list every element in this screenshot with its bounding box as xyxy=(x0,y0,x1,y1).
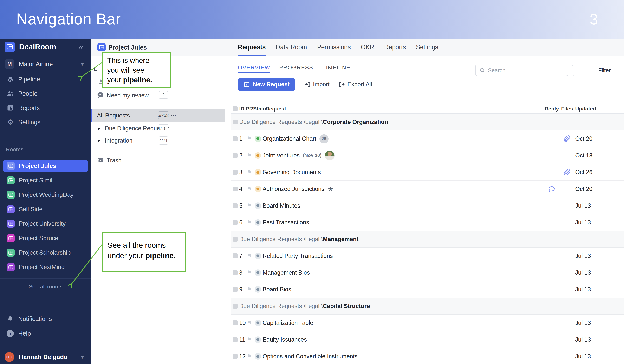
sidebar-item-reports[interactable]: Reports xyxy=(0,102,91,114)
table-row[interactable]: 7⚑Related Party TransactionsJul 13 xyxy=(231,248,624,264)
request-title[interactable]: Equity Issuances xyxy=(262,336,307,343)
row-checkbox[interactable] xyxy=(233,287,237,292)
status-indicator[interactable] xyxy=(255,253,261,259)
request-title[interactable]: Authorized Jurisdictions xyxy=(262,185,324,192)
tab-requests[interactable]: Requests xyxy=(238,39,266,56)
row-checkbox[interactable] xyxy=(233,220,237,225)
row-checkbox[interactable] xyxy=(233,186,237,191)
sidebar-room-project-jules[interactable]: Project Jules xyxy=(3,160,88,172)
select-all-checkbox[interactable] xyxy=(233,106,237,111)
request-title[interactable]: Past Transactions xyxy=(262,219,309,226)
row-checkbox[interactable] xyxy=(233,254,237,258)
more-options-icon[interactable]: ••• xyxy=(171,113,176,118)
flag-icon[interactable]: ⚑ xyxy=(246,269,253,276)
flag-icon[interactable]: ⚑ xyxy=(246,353,253,360)
row-checkbox[interactable] xyxy=(233,337,237,342)
tab-data-room[interactable]: Data Room xyxy=(276,39,307,56)
search-input[interactable] xyxy=(488,67,560,74)
row-checkbox[interactable] xyxy=(233,203,237,208)
flag-icon[interactable]: ⚑ xyxy=(246,202,253,209)
sidebar-room-sell-side[interactable]: Sell Side xyxy=(3,203,88,215)
request-title[interactable]: Management Bios xyxy=(262,269,310,276)
row-checkbox[interactable] xyxy=(233,320,237,325)
row-checkbox[interactable] xyxy=(233,237,237,242)
row-checkbox[interactable] xyxy=(233,136,237,141)
table-row[interactable]: 12⚑Options and Convertible InstrumentsJu… xyxy=(231,348,624,364)
status-indicator[interactable] xyxy=(255,186,261,192)
sidebar-room-project-weddingday[interactable]: Project WeddingDay xyxy=(3,189,88,201)
row-checkbox[interactable] xyxy=(233,153,237,158)
expand-triangle-icon[interactable]: ▸ xyxy=(98,125,101,131)
expand-triangle-icon[interactable]: ▸ xyxy=(98,137,101,143)
subtab-overview[interactable]: OVERVIEW xyxy=(238,64,270,73)
request-title[interactable]: Capitalization Table xyxy=(262,319,313,326)
status-indicator[interactable] xyxy=(255,320,261,326)
status-indicator[interactable] xyxy=(255,152,261,159)
table-row[interactable]: 11⚑Equity IssuancesJul 13 xyxy=(231,331,624,348)
table-row[interactable]: 5⚑Board MinutesJul 13 xyxy=(231,197,624,214)
sidebar-room-project-simil[interactable]: Project Simil xyxy=(3,174,88,186)
row-checkbox[interactable] xyxy=(233,304,237,309)
request-title[interactable]: Organizational Chart xyxy=(262,135,316,142)
need-my-review-item[interactable]: Need my review xyxy=(91,91,225,100)
flag-icon[interactable]: ⚑ xyxy=(246,135,253,142)
sidebar-room-project-spruce[interactable]: Project Spruce xyxy=(3,232,88,244)
export-all-button[interactable]: Export All xyxy=(339,81,372,88)
flag-icon[interactable]: ⚑ xyxy=(246,152,253,159)
table-row[interactable]: 4⚑Authorized Jurisdictions★Oct 20 xyxy=(231,181,624,197)
status-indicator[interactable] xyxy=(255,135,261,142)
request-title[interactable]: Board Bios xyxy=(262,286,291,293)
row-checkbox[interactable] xyxy=(233,120,237,125)
status-indicator[interactable] xyxy=(255,219,261,226)
row-checkbox[interactable] xyxy=(233,170,237,175)
status-indicator[interactable] xyxy=(255,286,261,293)
see-all-rooms-link[interactable]: See all rooms xyxy=(0,283,91,290)
status-indicator[interactable] xyxy=(255,269,261,276)
collapse-sidebar-icon[interactable]: « xyxy=(79,42,83,52)
trash-item[interactable]: Trash xyxy=(91,156,225,165)
user-menu[interactable]: HD Hannah Delgado ▾ xyxy=(0,350,91,364)
request-title[interactable]: Related Party Transactions xyxy=(262,253,333,259)
table-row[interactable]: 1⚑Organizational ChartJROct 20 xyxy=(231,130,624,147)
tab-okr[interactable]: OKR xyxy=(361,39,374,56)
status-indicator[interactable] xyxy=(255,336,261,343)
table-row[interactable]: 6⚑Past TransactionsJul 13 xyxy=(231,214,624,231)
new-request-button[interactable]: New Request xyxy=(238,78,295,91)
sidebar-item-notifications[interactable]: Notifications xyxy=(0,312,91,325)
table-row[interactable]: 10⚑Capitalization TableJul 13 xyxy=(231,314,624,331)
request-title[interactable]: Joint Ventures xyxy=(262,152,300,159)
subtab-progress[interactable]: PROGRESS xyxy=(279,64,313,73)
sidebar-room-project-nextmind[interactable]: Project NextMind xyxy=(3,261,88,273)
table-row[interactable]: 8⚑Management BiosJul 13 xyxy=(231,264,624,281)
flag-icon[interactable]: ⚑ xyxy=(246,169,253,176)
status-indicator[interactable] xyxy=(255,353,261,360)
tab-reports[interactable]: Reports xyxy=(384,39,406,56)
org-switcher[interactable]: M Major Airline ▾ xyxy=(0,58,91,70)
flag-icon[interactable]: ⚑ xyxy=(246,253,253,259)
sidebar-item-people[interactable]: People xyxy=(0,87,91,100)
sidebar-room-project-university[interactable]: Project University xyxy=(3,218,88,230)
request-title[interactable]: Board Minutes xyxy=(262,202,300,209)
star-icon[interactable]: ★ xyxy=(328,186,334,192)
row-checkbox[interactable] xyxy=(233,354,237,359)
request-title[interactable]: Governing Documents xyxy=(262,169,321,176)
table-row[interactable]: 2⚑Joint Ventures(Nov 30)Oct 18 xyxy=(231,147,624,164)
tree-item-integration[interactable]: ▸ Integration 4/71 xyxy=(91,136,225,145)
sidebar-room-project-scholarship[interactable]: Project Scholarship xyxy=(3,247,88,259)
flag-icon[interactable]: ⚑ xyxy=(246,286,253,293)
flag-icon[interactable]: ⚑ xyxy=(246,319,253,326)
filter-button[interactable]: Filter xyxy=(572,65,624,76)
table-row[interactable]: 3⚑Governing DocumentsOct 26 xyxy=(231,164,624,181)
row-checkbox[interactable] xyxy=(233,270,237,275)
search-box[interactable] xyxy=(475,65,569,76)
flag-icon[interactable]: ⚑ xyxy=(246,219,253,226)
tree-item-due-diligence[interactable]: ▸ Due Diligence Requests 1/182 xyxy=(91,124,225,133)
sidebar-item-help[interactable]: i Help xyxy=(0,327,91,340)
flag-icon[interactable]: ⚑ xyxy=(246,185,253,192)
request-title[interactable]: Options and Convertible Instruments xyxy=(262,353,358,360)
table-row[interactable]: 9⚑Board BiosJul 13 xyxy=(231,281,624,298)
import-button[interactable]: Import xyxy=(304,81,330,88)
tab-settings[interactable]: Settings xyxy=(416,39,438,56)
sidebar-item-pipeline[interactable]: Pipeline xyxy=(0,73,91,86)
sidebar-item-settings[interactable]: ⚙Settings xyxy=(0,116,91,129)
